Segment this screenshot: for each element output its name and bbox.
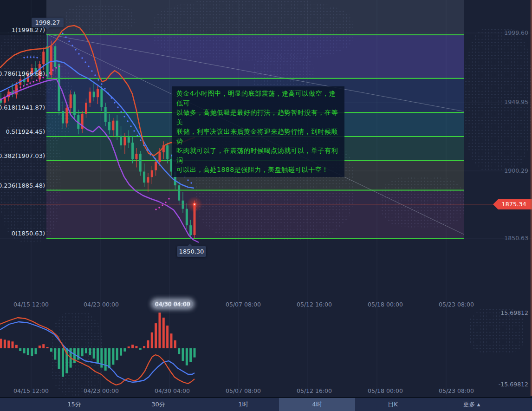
analyst-note: 黄金4小时图中，明显的底部震荡，逢高可以做空，逢低可 以做多，高抛低吸是最好的打…	[172, 86, 344, 177]
fib-level-label: 0.382(1907.03)	[0, 152, 45, 160]
date-label: 05/07 08:00	[226, 387, 261, 394]
note-line: 以做多，高抛低吸是最好的打法，趋势暂时没有，在等美	[176, 108, 340, 127]
tab-1hour[interactable]: 1时	[238, 398, 248, 411]
tab-15min[interactable]: 15分	[67, 398, 81, 411]
note-line: 黄金4小时图中，明显的底部震荡，逢高可以做空，逢低可	[176, 89, 340, 108]
fib-level-label: 0.5(1924.45)	[6, 128, 45, 136]
date-label: 05/18 00:00	[368, 387, 403, 394]
current-price-badge: 1875.34	[493, 199, 532, 209]
time-axis: 04/15 12:0004/23 00:0004/30 04:0005/07 0…	[0, 301, 532, 309]
price-tick: 1900.29	[493, 167, 528, 175]
chart-right-border	[531, 0, 532, 396]
low-price-tooltip: 1850.30	[177, 246, 206, 257]
note-line: 联储，利率决议出来后黄金将迎来趋势行情，到时候顺势	[176, 127, 340, 146]
note-line: 可以出，高处1888是强阻力，美盘触碰可以干空！	[176, 165, 340, 175]
price-tick: 1999.60	[493, 29, 528, 37]
date-label: 05/23 08:00	[439, 387, 474, 394]
macd-min-label: -15.69812	[469, 381, 528, 388]
tab-more[interactable]: 更多 ▲	[463, 398, 480, 411]
fib-level-label: 0(1850.63)	[12, 229, 45, 238]
fib-level-label: 0.618(1941.87)	[0, 104, 45, 112]
caret-up-icon: ▲	[477, 402, 480, 407]
tab-daily[interactable]: 日K	[388, 398, 398, 411]
date-label: 04/15 12:00	[13, 301, 49, 308]
date-label: 04/23 00:00	[84, 387, 119, 394]
macd-panel	[0, 313, 196, 385]
fib-level-label: 0.786(1966.68)	[0, 70, 45, 78]
tab-30min[interactable]: 30分	[151, 398, 165, 411]
timeframe-toolbar: 15分 30分 1时 4时 日K 更多 ▲	[0, 397, 532, 411]
macd-time-axis: 04/15 12:0004/23 00:0004/30 04:0005/07 0…	[0, 387, 532, 396]
date-label: 05/12 16:00	[297, 301, 332, 308]
date-label: 04/23 00:00	[84, 301, 119, 308]
note-line: 吃肉就可以了，在震荡的时候喝点汤就可以，单子有利润	[176, 146, 340, 165]
date-label: 05/12 16:00	[297, 387, 332, 394]
crosshair-date-badge: 04/30 04:00	[152, 300, 193, 308]
tab-more-label: 更多	[463, 401, 475, 408]
date-label: 04/15 12:00	[13, 387, 49, 394]
date-label: 05/18 00:00	[368, 301, 403, 308]
trading-app: 1(1998.27)0.786(1966.68)0.618(1941.87)0.…	[0, 0, 532, 411]
macd-max-label: 15.69812	[469, 309, 528, 316]
price-tick: 1850.63	[493, 235, 528, 242]
date-label: 05/07 08:00	[226, 301, 261, 308]
price-tick: 1949.95	[493, 98, 528, 106]
tab-4hour[interactable]: 4时	[312, 398, 322, 411]
candlestick-chart[interactable]	[0, 0, 532, 411]
date-label: 05/23 08:00	[439, 301, 474, 308]
date-label: 04/30 04:00	[155, 387, 190, 394]
high-price-tooltip: 1998.27	[32, 18, 64, 27]
fib-level-label: 0.236(1885.48)	[0, 182, 45, 190]
